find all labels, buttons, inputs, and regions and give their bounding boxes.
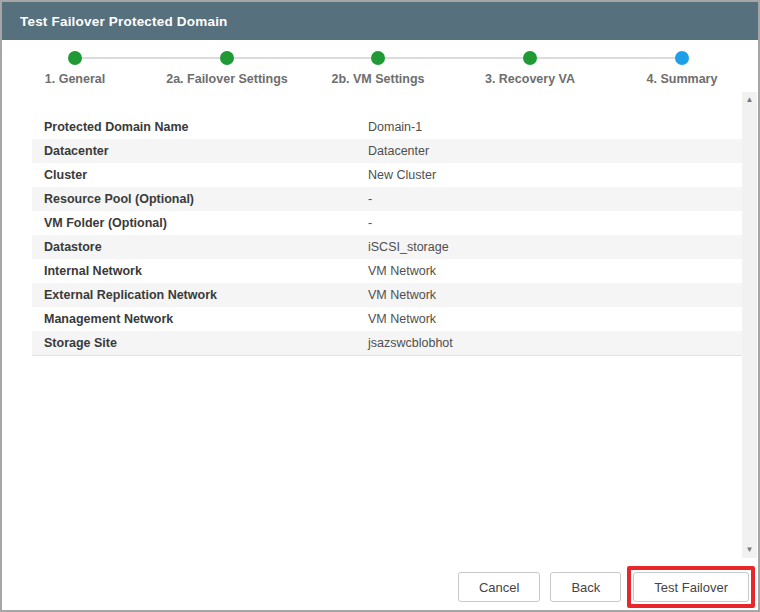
summary-table: Protected Domain Name Domain-1 Datacente… <box>32 115 742 356</box>
table-row: Storage Site jsazswcblobhot <box>32 331 742 355</box>
table-row: Management Network VM Network <box>32 307 742 331</box>
step-label: 2b. VM Settings <box>298 72 458 86</box>
row-label: External Replication Network <box>32 283 368 307</box>
row-label: Cluster <box>32 163 368 187</box>
step-label: 2a. Failover Settings <box>147 72 307 86</box>
row-label: Internal Network <box>32 259 368 283</box>
row-value: New Cluster <box>368 163 436 187</box>
step-current-icon <box>675 51 689 65</box>
step-label: 1. General <box>0 72 155 86</box>
scroll-up-icon[interactable]: ▲ <box>742 92 757 108</box>
row-label: Protected Domain Name <box>32 115 368 139</box>
table-row: Cluster New Cluster <box>32 163 742 187</box>
dialog-header: Test Failover Protected Domain <box>2 2 758 40</box>
table-row: VM Folder (Optional) - <box>32 211 742 235</box>
row-value: - <box>368 187 372 211</box>
row-value: - <box>368 211 372 235</box>
cancel-button[interactable]: Cancel <box>458 572 540 602</box>
back-button[interactable]: Back <box>550 572 621 602</box>
row-label: Resource Pool (Optional) <box>32 187 368 211</box>
table-row: External Replication Network VM Network <box>32 283 742 307</box>
table-row: Datacenter Datacenter <box>32 139 742 163</box>
table-row: Resource Pool (Optional) - <box>32 187 742 211</box>
table-row: Internal Network VM Network <box>32 259 742 283</box>
row-value: iSCSI_storage <box>368 235 449 259</box>
dialog-footer: Cancel Back Test Failover <box>2 558 758 610</box>
step-complete-icon <box>220 51 234 65</box>
test-failover-highlight: Test Failover <box>627 566 755 608</box>
row-label: Management Network <box>32 307 368 331</box>
dialog-title: Test Failover Protected Domain <box>20 14 228 29</box>
row-value: Datacenter <box>368 139 429 163</box>
wizard-stepper: 1. General 2a. Failover Settings 2b. VM … <box>2 40 758 92</box>
test-failover-dialog: Test Failover Protected Domain 1. Genera… <box>0 0 760 612</box>
step-label: 4. Summary <box>602 72 760 86</box>
vertical-scrollbar[interactable]: ▲ ▼ <box>742 92 757 558</box>
row-label: Datastore <box>32 235 368 259</box>
table-row: Datastore iSCSI_storage <box>32 235 742 259</box>
scroll-down-icon[interactable]: ▼ <box>742 542 757 558</box>
row-label: Storage Site <box>32 331 368 355</box>
row-value: jsazswcblobhot <box>368 331 453 355</box>
row-value: VM Network <box>368 283 436 307</box>
step-complete-icon <box>68 51 82 65</box>
row-label: Datacenter <box>32 139 368 163</box>
row-value: VM Network <box>368 259 436 283</box>
step-failover-settings: 2a. Failover Settings <box>147 51 307 86</box>
step-recovery-va: 3. Recovery VA <box>450 51 610 86</box>
row-value: VM Network <box>368 307 436 331</box>
test-failover-button[interactable]: Test Failover <box>633 572 749 602</box>
summary-content: Protected Domain Name Domain-1 Datacente… <box>2 92 758 558</box>
row-value: Domain-1 <box>368 115 422 139</box>
step-vm-settings: 2b. VM Settings <box>298 51 458 86</box>
step-general: 1. General <box>0 51 155 86</box>
step-summary: 4. Summary <box>602 51 760 86</box>
step-complete-icon <box>523 51 537 65</box>
step-complete-icon <box>371 51 385 65</box>
row-label: VM Folder (Optional) <box>32 211 368 235</box>
table-row: Protected Domain Name Domain-1 <box>32 115 742 139</box>
step-label: 3. Recovery VA <box>450 72 610 86</box>
